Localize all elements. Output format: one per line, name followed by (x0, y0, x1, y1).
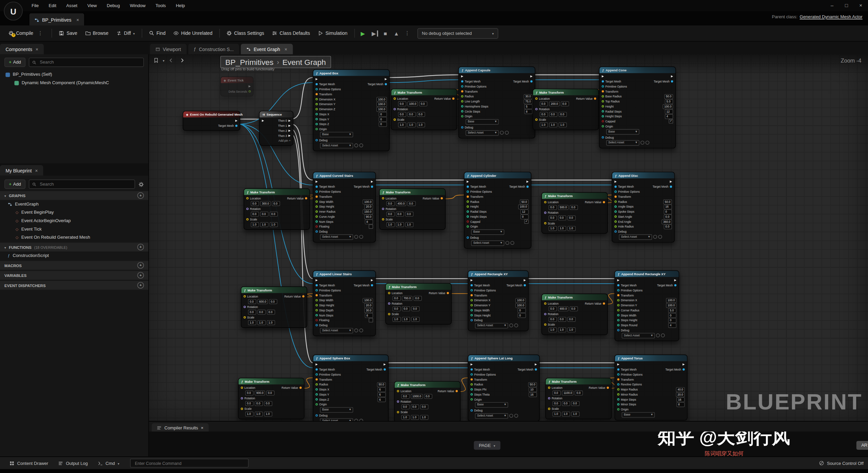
field-scale-1[interactable]: 1.0 (558, 327, 566, 332)
node-append-sphere-box[interactable]: ƒAppend Sphere BoxTarget MeshTarget Mesh… (313, 355, 389, 421)
pin-steps-phi-in[interactable] (471, 388, 473, 391)
pin-location-in[interactable] (382, 197, 384, 199)
pin-primitive-options-in[interactable] (471, 289, 473, 291)
field-location-1[interactable]: 1000.0 (411, 394, 423, 399)
field-location-2[interactable]: 0.0 (269, 299, 277, 304)
pin-exec-out[interactable] (371, 279, 373, 282)
pin-end-angle-in[interactable] (615, 220, 617, 223)
field-rotation-1[interactable]: 0.0 (402, 306, 410, 311)
add-icon[interactable]: + (137, 262, 144, 269)
pin-return-value-out[interactable] (302, 295, 305, 298)
pin-target-mesh-in[interactable] (316, 284, 318, 286)
pin-target-mesh-out[interactable] (371, 186, 373, 188)
doc-tab-viewport[interactable]: Viewport (150, 44, 187, 54)
pin-location-in[interactable] (388, 292, 391, 294)
asset-pick-icon[interactable] (656, 333, 660, 337)
dropdown-debug[interactable]: Select Asset▾ (320, 234, 353, 239)
field-rotation-2[interactable]: 0.0 (267, 309, 275, 314)
field-rotation-2[interactable]: 0.0 (417, 112, 425, 117)
field-rotation-1[interactable]: 0.0 (257, 309, 266, 314)
field-location-1[interactable]: 400.0 (396, 201, 406, 206)
field-location-0[interactable]: 0.0 (401, 394, 410, 399)
pin-radius-in[interactable] (471, 383, 473, 386)
dropdown-origin[interactable]: Base▾ (320, 407, 353, 412)
pin-steps-height-in[interactable] (617, 319, 620, 322)
field-scale-2[interactable]: 1.0 (567, 327, 576, 332)
dropdown-origin[interactable]: Base▾ (320, 132, 353, 137)
field-scale-2[interactable]: 1.0 (411, 316, 420, 322)
bookmark-icon[interactable] (152, 56, 160, 64)
kebab-menu-icon[interactable]: ⋮ (35, 30, 45, 36)
menu-item-debug[interactable]: Debug (102, 1, 125, 10)
field-rotation-1[interactable]: 0.0 (260, 211, 269, 216)
field-circle-steps[interactable]: 8 (524, 109, 533, 114)
pin-steps-z-in[interactable] (316, 123, 318, 125)
field-steps-width[interactable]: 0 (668, 313, 677, 318)
output-log-button[interactable]: Output Log (53, 457, 93, 469)
pin-primitive-options-in[interactable] (316, 191, 318, 193)
field-steps-z[interactable]: 6 (377, 397, 386, 402)
field-rotation-0[interactable]: 0.0 (245, 401, 254, 406)
dropdown-origin[interactable]: Base▾ (475, 402, 508, 407)
pin-top-radius-in[interactable] (602, 100, 604, 103)
field-steps-height[interactable]: 0 (668, 318, 677, 323)
toolbar-button-class-defaults[interactable]: Class Defaults (268, 28, 314, 39)
asset-browse-icon[interactable] (661, 333, 665, 337)
node-make-transform-4[interactable]: ƒMake TransformLocationReturn Value0.040… (379, 188, 446, 230)
field-scale-0[interactable]: 1.0 (549, 226, 557, 231)
pin-inner-radius-in[interactable] (316, 211, 318, 213)
pin-target-mesh-in[interactable] (617, 284, 620, 286)
pin-exec-in[interactable] (617, 279, 620, 282)
toolbar-button-simulation[interactable]: Simulation (314, 28, 351, 39)
pin-origin-in[interactable] (617, 408, 620, 410)
pin-return-value-out[interactable] (594, 97, 596, 100)
field-scale-2[interactable]: 1.0 (264, 411, 273, 417)
field-height-steps[interactable]: 0 (520, 214, 529, 219)
field-rotation-0[interactable]: 0.0 (393, 306, 401, 311)
field-radius[interactable]: 50.0 (528, 382, 537, 387)
pin-radius-in[interactable] (615, 200, 617, 203)
pin-rotation-in[interactable] (397, 401, 399, 403)
field-scale-1[interactable]: 1.0 (558, 226, 566, 231)
pin-return-value-out[interactable] (305, 197, 307, 199)
pin-return-value-out[interactable] (603, 303, 605, 305)
field-rotation-2[interactable]: 0.0 (567, 215, 576, 220)
field-rotation-1[interactable]: 0.0 (558, 316, 566, 322)
asset-browse-icon[interactable] (359, 329, 363, 332)
pin-location-in[interactable] (548, 387, 550, 389)
pin-target-mesh-out[interactable] (670, 186, 672, 188)
field-rotation-2[interactable]: 0.0 (571, 401, 580, 406)
pin-primitive-options-in[interactable] (316, 289, 318, 291)
node-make-transform-5[interactable]: ƒMake TransformLocationReturn Value0.050… (541, 192, 608, 234)
field-inner-radius[interactable]: 150.0 (363, 209, 373, 214)
dropdown-origin[interactable]: Base▾ (622, 412, 655, 417)
pin-exec-out[interactable] (683, 363, 685, 366)
pin-target-mesh-in[interactable] (471, 284, 473, 286)
pin-return-value-out[interactable] (452, 97, 455, 100)
field-corner-radius[interactable]: 5.0 (668, 308, 677, 313)
asset-pick-icon[interactable] (500, 131, 503, 135)
dropdown-debug[interactable]: Select Asset▾ (320, 328, 353, 333)
asset-tab-bp-primitives[interactable]: BP_Primitives × (29, 13, 84, 26)
field-spoke-steps[interactable]: 0 (664, 209, 672, 214)
pin-height-steps-in[interactable] (467, 215, 469, 218)
field-rotation-0[interactable]: 0.0 (248, 309, 256, 314)
pin-height-in[interactable] (467, 206, 469, 208)
pin-line-length-in[interactable] (461, 100, 464, 103)
pin-rotation-in[interactable] (544, 212, 547, 214)
pin-return-value-out[interactable] (603, 201, 605, 204)
asset-browse-icon[interactable] (514, 324, 518, 327)
node-append-round-rectangle-xy[interactable]: ƒAppend Round Rectangle XYTarget MeshTar… (615, 270, 679, 341)
node-append-torus[interactable]: ƒAppend TorusTarget MeshTarget MeshPrimi… (615, 355, 688, 420)
component-root-row[interactable]: BP_Primitives (Self) (4, 70, 144, 79)
pin-origin-in[interactable] (316, 403, 318, 406)
asset-browse-icon[interactable] (505, 131, 509, 135)
pin-return-value-out[interactable] (299, 387, 302, 389)
pin-transform-in[interactable] (316, 195, 318, 198)
pin-steps-x-in[interactable] (316, 113, 318, 115)
field-rotation-2[interactable]: 0.0 (270, 211, 278, 216)
pin-spoke-steps-in[interactable] (615, 211, 617, 213)
pin-corner-radius-in[interactable] (617, 309, 620, 311)
pin-primitive-options-in[interactable] (316, 88, 318, 91)
pin-scale-in[interactable] (241, 408, 243, 410)
